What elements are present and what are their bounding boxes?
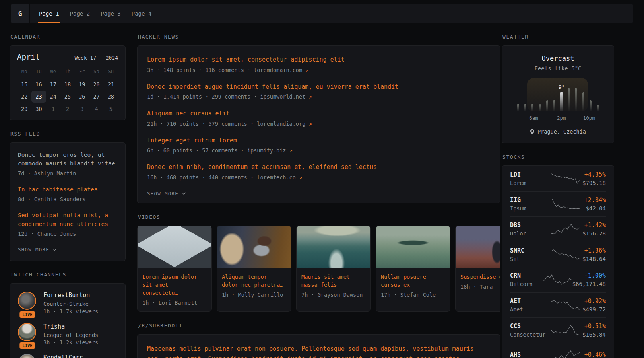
rss-show-more-button[interactable]: SHOW MORE [18, 246, 57, 253]
stock-price: $42.04 [584, 205, 606, 212]
twitch-channel-game: Counter-Strike [43, 301, 98, 307]
video-thumbnail [297, 226, 370, 268]
weather-bar [589, 100, 592, 111]
subreddit-section-title: /R/SUBREDDIT [138, 323, 500, 329]
twitch-channel-info: KendallCarr [43, 354, 83, 358]
tab-page-4[interactable]: Page 4 [132, 4, 152, 23]
stock-values: +2.84% $42.04 [584, 197, 606, 212]
hackernews-section-title: HACKER NEWS [138, 34, 500, 40]
calendar-header: April Week 17 · 2024 [17, 53, 118, 61]
stock-row: SNRC Sit +1.36% $148.64 [510, 242, 606, 267]
hackernews-item: Integer eget rutrum lorem 6h · 60 points… [147, 136, 490, 154]
chevron-down-icon [52, 248, 57, 251]
stock-change: +0.51% [582, 323, 606, 330]
stock-symbol: SNRC [510, 247, 548, 254]
time-label: 2pm [557, 115, 566, 121]
calendar-day: 16 [31, 78, 46, 90]
calendar-day: 3 [75, 103, 89, 115]
video-title: Nullam posuere cursus ex [381, 273, 445, 289]
rss-item-meta: 12d · Chance Jones [18, 230, 117, 238]
twitch-channel-meta: 1h · 1.7k viewers [43, 308, 98, 315]
location-pin-icon [530, 129, 535, 135]
hackernews-item-meta: 1d · 1,414 points · 299 comments · ipsum… [147, 93, 490, 100]
video-card[interactable]: Mauris sit amet massa felis 7h · Grayson… [296, 226, 371, 312]
right-column: WEATHER Overcast Feels like 5°C 9° 6am 2… [502, 23, 614, 358]
show-more-label: SHOW MORE [18, 247, 49, 253]
twitch-channel-row[interactable]: LIVE Trisha League of Legends 3h · 1.2k … [18, 323, 117, 346]
stocks-widget: LDI Lorem +4.35% $795.18 IIG Ipsum +2.84… [502, 165, 614, 358]
stock-symbol: AHS [510, 351, 548, 358]
hackernews-item-title[interactable]: Aliquam nec cursus elit [147, 109, 490, 118]
stock-sparkline [548, 198, 584, 210]
time-label: 10pm [583, 115, 595, 121]
current-temp-label: 9° [559, 84, 565, 90]
weather-widget: Overcast Feels like 5°C 9° 6am 2pm 10pm … [502, 45, 614, 143]
video-thumbnail [217, 226, 291, 268]
stock-change: +1.42% [582, 222, 606, 229]
twitch-section-title: TWITCH CHANNELS [10, 272, 126, 278]
weather-location-text: Prague, Czechia [537, 128, 586, 135]
avatar [18, 354, 36, 358]
hackernews-item-meta: 16h · 468 points · 440 comments · loremt… [147, 174, 490, 181]
app-logo[interactable]: G [11, 4, 30, 23]
video-body: Mauris sit amet massa felis 7h · Grayson… [297, 268, 370, 304]
calendar-day: 29 [17, 103, 31, 115]
stock-symbol: CRN [510, 272, 543, 279]
calendar-day-header: Sa [89, 66, 103, 78]
avatar [18, 323, 36, 341]
calendar-day-header: Th [60, 66, 75, 78]
meta-text: 16h · 468 points · 440 comments · loremt… [147, 174, 299, 181]
video-card[interactable]: Suspendisse diam 18h · Tara [455, 226, 500, 312]
video-thumbnail [376, 226, 450, 268]
video-meta: 7h · Grayson Dawson [301, 292, 366, 298]
stock-sparkline [548, 173, 582, 184]
rss-item-title[interactable]: Donec tempor eros leo, ut commodo mauris… [18, 151, 117, 168]
video-card[interactable]: Nullam posuere cursus ex 17h · Stefan Co… [376, 226, 450, 312]
reddit-post: Maecenas mollis pulvinar erat non posuer… [147, 344, 490, 358]
video-card[interactable]: Aliquam tempor dolor nec pharetra… 1h · … [217, 226, 291, 312]
hackernews-item: Donec imperdiet augue tincidunt felis al… [147, 82, 490, 100]
stock-id: CRN Bitcorn [510, 272, 543, 287]
tab-page-1[interactable]: Page 1 [39, 4, 59, 23]
twitch-channel-name: Trisha [43, 323, 98, 331]
tab-page-3[interactable]: Page 3 [101, 4, 121, 23]
twitch-channel-row[interactable]: LIVE ForrestBurton Counter-Strike 1h · 1… [18, 292, 117, 315]
twitch-channel-row[interactable]: KendallCarr [18, 354, 117, 358]
stocks-section-title: STOCKS [502, 154, 614, 160]
tab-page-2[interactable]: Page 2 [70, 4, 90, 23]
stock-values: +0.46% [584, 351, 606, 358]
weather-time-labels: 6am 2pm 10pm [516, 115, 599, 122]
video-thumbnail [456, 226, 500, 268]
stock-sparkline [548, 300, 582, 311]
rss-item-title[interactable]: Sed volutpat nulla nisl, a condimentum n… [18, 211, 117, 229]
stock-change: +0.92% [582, 298, 606, 305]
calendar-day: 21 [104, 78, 118, 90]
stock-change: +0.46% [584, 351, 606, 358]
rss-item-title[interactable]: In hac habitasse platea [18, 185, 117, 194]
hackernews-item-title[interactable]: Donec enim nibh, condimentum et accumsan… [147, 163, 490, 172]
calendar-day-header: Su [104, 66, 118, 78]
hackernews-show-more-button[interactable]: SHOW MORE [147, 190, 186, 197]
reddit-post-title[interactable]: Maecenas mollis pulvinar erat non posuer… [147, 344, 490, 358]
video-card[interactable]: Lorem ipsum dolor sit amet consectetu… 1… [137, 226, 212, 312]
calendar-day: 2 [60, 103, 75, 115]
calendar-day: 17 [46, 78, 60, 90]
stock-sparkline [548, 224, 582, 235]
weather-location: Prague, Czechia [510, 128, 606, 135]
video-title: Aliquam tempor dolor nec pharetra… [222, 273, 286, 289]
twitch-channel-name: KendallCarr [43, 354, 83, 358]
left-column: CALENDAR April Week 17 · 2024 MoTuWeThFr… [10, 23, 126, 358]
calendar-day: 26 [75, 91, 89, 103]
hackernews-item-title[interactable]: Donec imperdiet augue tincidunt felis al… [147, 82, 490, 91]
hackernews-item: Aliquam nec cursus elit 21h · 710 points… [147, 109, 490, 127]
stock-name: Bitcorn [510, 281, 543, 287]
weather-chart: 9° [516, 86, 599, 111]
weather-bar [574, 88, 578, 111]
time-label: 6am [529, 115, 538, 121]
stock-id: DBS Dolor [510, 222, 548, 237]
hackernews-item-title[interactable]: Lorem ipsum dolor sit amet, consectetur … [147, 55, 490, 64]
hackernews-widget: Lorem ipsum dolor sit amet, consectetur … [137, 45, 500, 203]
stock-sparkline [548, 325, 582, 336]
hackernews-item-title[interactable]: Integer eget rutrum lorem [147, 136, 490, 145]
stock-row: AHS +0.46% [510, 343, 606, 358]
